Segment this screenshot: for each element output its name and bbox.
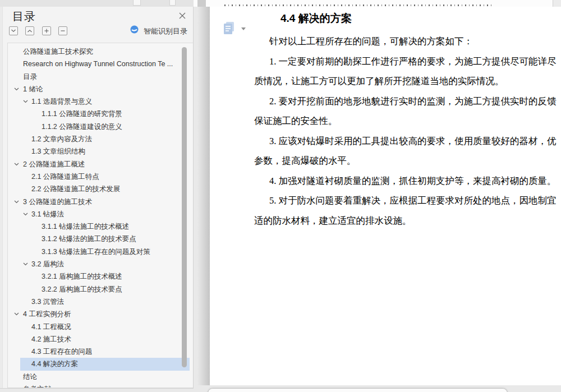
toc-item[interactable]: 1.2 文章内容及方法	[8, 133, 193, 145]
ai-robot-icon	[130, 25, 139, 36]
toc-item[interactable]: 4.4 解决的方案	[8, 358, 193, 370]
toc-item[interactable]: 3.2 盾构法	[8, 258, 193, 270]
toc-item[interactable]: 公路隧道施工技术探究	[8, 45, 193, 58]
toc-item[interactable]: 结论	[8, 371, 193, 383]
toc-item-label: 3.1.3 钻爆法施工存在的问题及对策	[42, 248, 150, 256]
pdf-page: 4.4 解决的方案 针对以上工程所存在的问题，可解决的方案如下：1. 一定要对前…	[210, 7, 561, 385]
doc-text-line: 质情况，让施工方可以更加了解所开挖隧道当地的实际情况。	[210, 71, 561, 91]
toc-item-label: 3.2.1 盾构施工的技术概述	[42, 273, 122, 280]
collapse-to-level-button[interactable]	[9, 26, 18, 35]
smart-toc-label: 智能识别目录	[144, 26, 187, 36]
pdf-reader-window: 目录	[0, 0, 561, 392]
caret-down-icon	[241, 27, 246, 30]
toc-panel-title: 目录	[12, 9, 36, 24]
chevron-up-icon	[27, 29, 33, 33]
toc-item[interactable]: 3.1 钻爆法	[8, 208, 193, 220]
collapse-all-button[interactable]	[58, 26, 67, 35]
toc-item[interactable]: 3.2.1 盾构施工的技术概述	[8, 270, 193, 283]
document-view: 4.4 解决的方案 针对以上工程所存在的问题，可解决的方案如下：1. 一定要对前…	[194, 7, 561, 392]
toc-item-label: 1.1.2 公路隧道建设的意义	[42, 123, 122, 131]
toc-item-label: 4.1 工程概况	[31, 323, 71, 331]
toc-item[interactable]: 4.1 工程概况	[8, 321, 193, 333]
toc-item-label: 3 公路隧道的施工技术	[23, 198, 92, 206]
toc-item-label: 1 绪论	[23, 85, 43, 93]
smart-toc-button[interactable]: 智能识别目录	[130, 26, 187, 36]
toc-item-label: 1.1.1 公路隧道的研究背景	[42, 110, 122, 118]
toc-item[interactable]: 4 工程实例分析	[8, 308, 193, 320]
chevron-down-icon[interactable]	[23, 100, 28, 103]
toc-item[interactable]: 目录	[8, 71, 193, 83]
toc-item-label: 4 工程实例分析	[23, 310, 71, 318]
toc-item[interactable]: 2 公路隧道施工概述	[8, 158, 193, 170]
toc-item[interactable]: 1.1.1 公路隧道的研究背景	[8, 108, 193, 120]
toc-item-label: 2 公路隧道施工概述	[23, 160, 85, 168]
toc-item[interactable]: 1.1.2 公路隧道建设的意义	[8, 121, 193, 133]
expand-to-level-button[interactable]	[25, 26, 34, 35]
cropped-menu-text	[224, 4, 494, 6]
window-left-edge	[0, 0, 3, 388]
toc-item-label: 1.2 文章内容及方法	[31, 135, 92, 143]
toolbar-strip-right	[194, 0, 561, 7]
toc-item-label: 结论	[23, 373, 37, 381]
toc-item[interactable]: 1 绪论	[8, 83, 193, 95]
cropped-toolbar-strip	[0, 0, 561, 7]
toc-item-label: 4.2 施工技术	[31, 335, 71, 343]
doc-body: 针对以上工程所存在的问题，可解决的方案如下：1. 一定要对前期的勘探工作进行严格…	[210, 31, 561, 230]
doc-text-line: 参数，提高爆破的水平。	[210, 151, 561, 171]
toc-item-label: 3.2.2 盾构施工的技术要点	[42, 285, 122, 293]
expand-all-button[interactable]	[42, 26, 51, 35]
toolbar-fragment	[553, 0, 561, 7]
toc-item[interactable]: 3.1.1 钻爆法施工的技术概述	[8, 220, 193, 233]
toolbar-strip-left	[0, 0, 194, 7]
toc-item[interactable]: 3.2.2 盾构施工的技术要点	[8, 283, 193, 296]
toc-item[interactable]: 2.2 公路隧道施工的技术发展	[8, 183, 193, 195]
chevron-down-icon[interactable]	[14, 163, 19, 166]
toc-item[interactable]: 3.1.2 钻爆法的施工的技术要点	[8, 233, 193, 245]
doc-text-line: 适的防水材料，建立适宜的排水设施。	[210, 211, 561, 231]
bottom-floating-toolbar[interactable]	[208, 388, 508, 392]
toc-item[interactable]: 参考文献	[8, 383, 193, 388]
chevron-down-icon	[11, 29, 16, 33]
toc-item-label: 3.1 钻爆法	[31, 210, 64, 218]
doc-text-line: 2. 要对开挖前面的地形地貌进行实时的监测，为施工方提供实时的反馈	[210, 91, 561, 112]
close-icon[interactable]	[178, 12, 186, 20]
sidebar-scrollbar-thumb[interactable]	[182, 47, 187, 367]
toc-item-label: 2.1 公路隧道施工特点	[31, 173, 99, 181]
doc-text-line: 5. 对于防水问题要着重解决，应根据工程要求对所处的地点，因地制宜	[210, 191, 561, 211]
doc-text-line: 1. 一定要对前期的勘探工作进行严格的要求，为施工方提供尽可能详尽	[210, 52, 561, 72]
toc-item[interactable]: Research on Highway Tunnel Construction …	[8, 58, 193, 70]
toc-tree: 公路隧道施工技术探究Research on Highway Tunnel Con…	[7, 43, 193, 388]
toc-item-label: 3.2 盾构法	[31, 260, 64, 268]
toc-item-label: 1.1 选题背景与意义	[31, 98, 92, 105]
chevron-down-icon[interactable]	[14, 87, 19, 91]
toc-item-label: Research on Highway Tunnel Construction …	[23, 60, 173, 68]
chevron-down-icon[interactable]	[23, 213, 28, 216]
page-left-shadow	[197, 7, 210, 385]
doc-text-line: 针对以上工程所存在的问题，可解决的方案如下：	[210, 31, 561, 52]
toc-item-label: 3.3 沉管法	[31, 298, 64, 306]
toc-item-label: 4.4 解决的方案	[31, 360, 78, 368]
toc-item[interactable]: 3.3 沉管法	[8, 296, 193, 308]
minus-icon	[61, 29, 65, 33]
doc-heading: 4.4 解决的方案	[280, 11, 352, 26]
doc-text-line: 4. 加强对隧道衬砌质量的监测，抓住初期支护等，来提高衬砌的质量。	[210, 171, 561, 191]
toolbar-fragment	[169, 0, 176, 6]
chevron-down-icon[interactable]	[23, 262, 28, 266]
toc-toolbar: 智能识别目录	[9, 26, 187, 35]
toc-item[interactable]: 3 公路隧道的施工技术	[8, 196, 193, 208]
toc-item[interactable]: 1.1 选题背景与意义	[8, 95, 193, 108]
toc-item-label: 3.1.1 钻爆法施工的技术概述	[42, 223, 129, 230]
toc-item[interactable]: 4.3 工程存在的问题	[8, 345, 193, 358]
chevron-down-icon[interactable]	[14, 312, 19, 316]
plus-icon	[44, 29, 49, 33]
page-annotation-button[interactable]	[223, 21, 247, 36]
chevron-down-icon[interactable]	[14, 200, 19, 204]
toc-item-label: 1.3 文章组织结构	[31, 147, 85, 155]
toc-item[interactable]: 2.1 公路隧道施工特点	[8, 170, 193, 183]
toc-item[interactable]: 1.3 文章组织结构	[8, 145, 193, 158]
toc-sidebar: 目录	[0, 0, 194, 389]
toc-item[interactable]: 4.2 施工技术	[8, 333, 193, 345]
toc-item[interactable]: 3.1.3 钻爆法施工存在的问题及对策	[8, 246, 193, 258]
toc-item-label: 2.2 公路隧道施工的技术发展	[31, 185, 120, 193]
toolbar-fragment	[197, 0, 206, 7]
